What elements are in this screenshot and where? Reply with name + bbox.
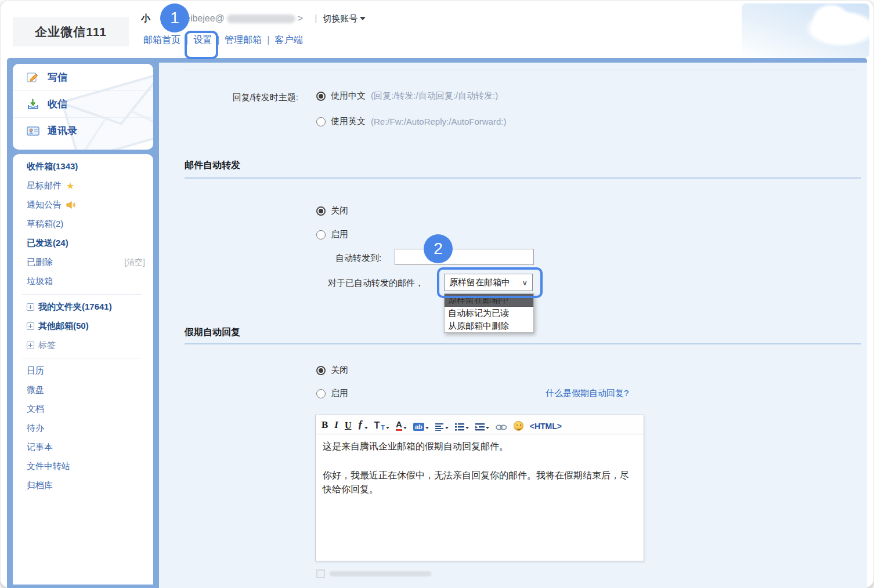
chevron-down-icon [386, 427, 389, 429]
expand-plus-icon[interactable] [27, 342, 34, 349]
expand-plus-icon[interactable] [27, 322, 34, 330]
radio-label: 启用 [331, 388, 348, 399]
dropdown-option-delete[interactable]: 从原邮箱中删除 [445, 320, 533, 332]
emoji-button[interactable] [514, 418, 523, 431]
app-label: 微盘 [27, 384, 44, 395]
sidebar-app-todo[interactable]: 待办 [27, 419, 147, 438]
sidebar: 写信 收信 [7, 60, 159, 588]
sidebar-app-archive[interactable]: 归档库 [27, 476, 147, 495]
radio-label: 启用 [331, 229, 348, 240]
radio-label: 关闭 [331, 205, 348, 216]
folder-label: 收件箱(1343) [27, 161, 78, 172]
expand-plus-icon[interactable] [27, 303, 34, 311]
chevron-down-icon [445, 427, 449, 429]
radio-label: 使用英文 [331, 116, 366, 127]
folder-label: 已发送(24) [27, 238, 68, 249]
chevron-down-icon [364, 427, 368, 429]
sidebar-folder-drafts[interactable]: 草稿箱(2) [27, 215, 147, 234]
empty-folder-action[interactable]: [清空] [124, 257, 147, 268]
font-family-button[interactable]: ƒ [358, 418, 368, 431]
reply-subject-label: 回复/转发时主题: [159, 92, 298, 103]
folder-label: 垃圾箱 [27, 276, 53, 287]
sidebar-item-compose[interactable]: 写信 [13, 64, 153, 90]
dropdown-option-mark-read[interactable]: 自动标记为已读 [445, 307, 533, 320]
app-label: 待办 [27, 423, 44, 434]
radio-use-chinese[interactable] [316, 92, 326, 101]
sidebar-folder-announcements[interactable]: 通知公告 [27, 195, 147, 215]
separator: | [315, 13, 317, 24]
app-logo: 企业微信111 [13, 17, 129, 46]
editor-toolbar: B I U ƒ TT A ab [316, 415, 644, 434]
nav-mail-home[interactable]: 邮箱首页 [141, 34, 183, 46]
radio-hint: (回复:/转发:/自动回复:/自动转发:) [371, 90, 498, 101]
folder-label: 已删除 [27, 257, 53, 268]
vacation-help-link[interactable]: 什么是假期自动回复? [546, 388, 629, 399]
sidebar-folder-spam[interactable]: 垃圾箱 [27, 272, 147, 291]
html-icon: <HTML> [530, 422, 562, 431]
list-icon [455, 423, 464, 431]
sidebar-app-drive[interactable]: 微盘 [27, 380, 147, 400]
section-underline [185, 177, 861, 179]
sidebar-app-calendar[interactable]: 日历 [27, 361, 147, 380]
underline-button[interactable]: U [345, 418, 352, 431]
cutoff-checkbox-row [316, 569, 431, 578]
sidebar-item-receive[interactable]: 收信 [13, 90, 153, 117]
folder-label: 通知公告 [27, 199, 62, 210]
underline-icon: U [345, 420, 352, 431]
app-label: 记事本 [27, 442, 53, 453]
vacation-off-option: 关闭 [316, 365, 348, 376]
sidebar-tree-my-folders[interactable]: 我的文件夹(17641) [27, 297, 147, 317]
bold-icon: B [322, 419, 328, 431]
nav-client[interactable]: 客户端 [272, 34, 305, 46]
radio-vacation-on[interactable] [316, 389, 326, 398]
sidebar-tree-tags[interactable]: 标签 [27, 336, 147, 355]
sidebar-item-contacts[interactable]: 通讯录 [13, 117, 153, 144]
sidebar-divider [22, 358, 142, 358]
checkbox[interactable] [316, 569, 325, 578]
radio-use-english[interactable] [316, 117, 326, 126]
font-color-button[interactable]: A [396, 418, 407, 431]
sidebar-folder-sent[interactable]: 已发送(24) [27, 234, 147, 253]
annotation-highlight-select [437, 267, 543, 298]
user-email: eibejee@ [185, 13, 225, 24]
editor-content[interactable]: 这是来自腾讯企业邮箱的假期自动回复邮件。 你好，我最近正在休假中，无法亲自回复你… [316, 434, 644, 561]
indent-button[interactable] [475, 418, 489, 431]
radio-hint: (Re:/Fw:/AutoReply:/AutoForward:) [371, 117, 506, 126]
nav-manage-mailbox[interactable]: 管理邮箱 [222, 34, 264, 46]
bold-button[interactable]: B [322, 418, 328, 431]
font-size-button[interactable]: TT [374, 418, 390, 431]
chevron-down-icon [465, 427, 469, 429]
align-button[interactable] [435, 418, 449, 431]
indent-icon [475, 423, 485, 431]
switch-account-link[interactable]: 切换账号 [323, 13, 366, 24]
html-mode-button[interactable]: <HTML> [530, 418, 562, 431]
insert-link-button[interactable] [496, 418, 507, 431]
sidebar-receive-label: 收信 [48, 97, 67, 111]
star-icon: ★ [66, 180, 74, 191]
link-chain-icon [496, 424, 507, 431]
forward-off-option: 关闭 [316, 205, 348, 216]
cloud-banner-image [742, 3, 869, 58]
subject-chinese-option: 使用中文 (回复:/转发:/自动回复:/自动转发:) [316, 90, 498, 101]
sidebar-tree-other-mailboxes[interactable]: 其他邮箱(50) [27, 317, 147, 336]
sidebar-contacts-label: 通讯录 [48, 124, 77, 137]
top-nav: 邮箱首页 | 设置 | 管理邮箱 | 客户端 [141, 33, 305, 47]
radio-vacation-off[interactable] [316, 366, 326, 375]
sidebar-app-docs[interactable]: 文档 [27, 400, 147, 419]
font-size-icon: T [374, 420, 380, 431]
vacation-on-option: 启用 [316, 388, 348, 399]
highlight-button[interactable]: ab [413, 418, 429, 431]
editor-line: 这是来自腾讯企业邮箱的假期自动回复邮件。 [323, 440, 637, 454]
sidebar-folder-deleted[interactable]: 已删除 [清空] [27, 253, 147, 272]
annotation-step-2-badge: 2 [424, 234, 453, 263]
sidebar-app-file-transfer[interactable]: 文件中转站 [27, 457, 147, 476]
list-button[interactable] [455, 418, 469, 431]
forward-to-input[interactable] [395, 249, 534, 265]
radio-forward-on[interactable] [316, 230, 326, 239]
sidebar-folder-inbox[interactable]: 收件箱(1343) [27, 157, 147, 176]
app-label: 日历 [27, 365, 44, 376]
sidebar-app-notes[interactable]: 记事本 [27, 438, 147, 457]
italic-button[interactable]: I [334, 418, 338, 431]
sidebar-folder-starred[interactable]: 星标邮件 ★ [27, 176, 147, 195]
radio-forward-off[interactable] [316, 206, 326, 216]
